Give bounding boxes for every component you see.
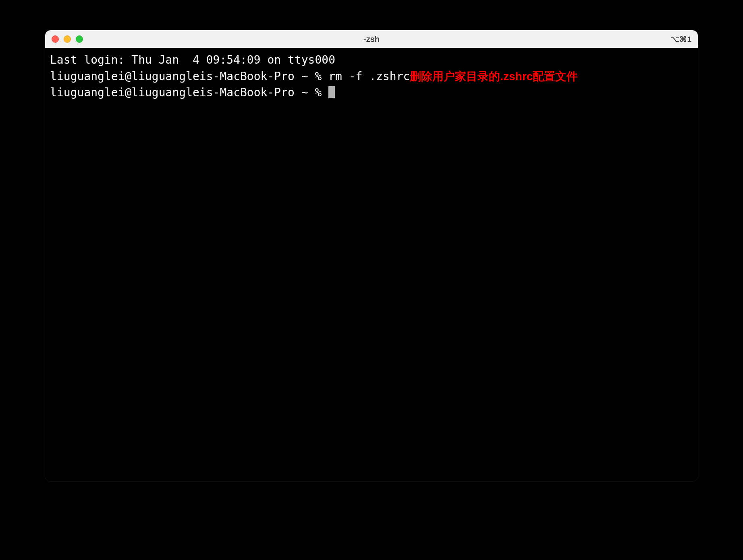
maximize-button[interactable] (76, 35, 83, 43)
terminal-line: Last login: Thu Jan 4 09:54:09 on ttys00… (50, 52, 693, 68)
terminal-line: liuguanglei@liuguangleis-MacBook-Pro ~ % (50, 85, 693, 101)
terminal-line: liuguanglei@liuguangleis-MacBook-Pro ~ %… (50, 68, 693, 85)
window-shortcut-indicator: ⌥⌘1 (670, 35, 691, 44)
window-title: -zsh (45, 35, 698, 44)
terminal-window: -zsh ⌥⌘1 Last login: Thu Jan 4 09:54:09 … (45, 30, 698, 481)
close-button[interactable] (52, 35, 59, 43)
minimize-button[interactable] (64, 35, 71, 43)
terminal-body[interactable]: Last login: Thu Jan 4 09:54:09 on ttys00… (45, 48, 698, 481)
traffic-lights (52, 35, 83, 43)
terminal-prompt: liuguanglei@liuguangleis-MacBook-Pro ~ % (50, 86, 328, 99)
terminal-text: Last login: Thu Jan 4 09:54:09 on ttys00… (50, 53, 335, 66)
annotation-text: 删除用户家目录的.zshrc配置文件 (410, 70, 578, 83)
titlebar: -zsh ⌥⌘1 (45, 30, 698, 48)
terminal-text: liuguanglei@liuguangleis-MacBook-Pro ~ %… (50, 70, 410, 83)
cursor-block (328, 86, 335, 98)
